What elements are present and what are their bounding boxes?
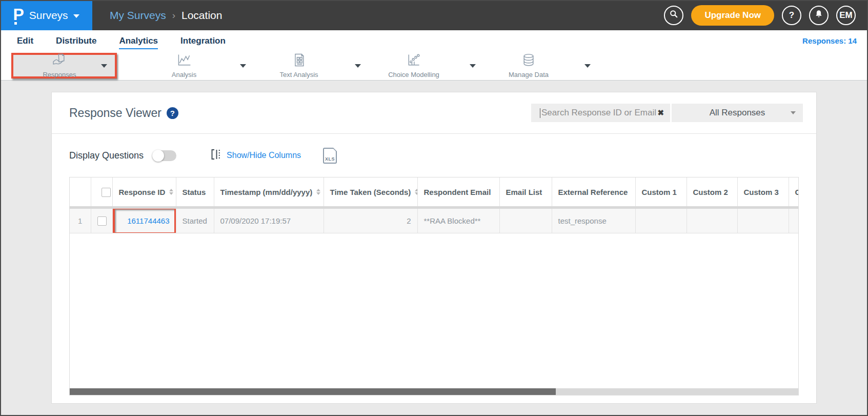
filter-selected-value: All Responses — [710, 108, 765, 118]
search-field-wrap: ✖ — [531, 104, 670, 122]
header-timestamp[interactable]: Timestamp (mm/dd/yyyy) — [214, 177, 324, 206]
breadcrumb-my-surveys[interactable]: My Surveys — [110, 9, 166, 22]
xls-icon-label: XLS — [324, 156, 336, 162]
email-list-cell — [499, 209, 552, 233]
text-grid-icon — [291, 53, 307, 69]
responses-table-area: Response ID Status Timestamp (mm/dd/yyyy… — [69, 177, 799, 395]
table-row: 1 1611744463 Started 07/09/2020 17:19:57… — [70, 209, 798, 233]
responses-button[interactable]: Responses — [21, 55, 98, 76]
hand-document-icon — [52, 53, 67, 69]
breadcrumb-separator-icon: › — [172, 10, 175, 21]
column-label: Response ID — [119, 188, 166, 196]
breadcrumb-current: Location — [181, 9, 222, 22]
tab-edit[interactable]: Edit — [17, 33, 33, 49]
toggle-knob — [152, 150, 164, 162]
app-menu-label: Surveys — [29, 9, 68, 22]
columns-icon — [210, 148, 221, 163]
line-chart-icon — [176, 53, 192, 69]
responses-count: Responses: 14 — [802, 36, 857, 45]
toolbar-item-choice-modelling: Choice Modelling — [375, 53, 476, 78]
manage-data-button[interactable]: Manage Data — [490, 53, 567, 78]
toolbar-item-analysis: Analysis — [146, 53, 246, 78]
search-input[interactable] — [540, 108, 657, 118]
page-fold-icon — [332, 148, 337, 152]
scrollbar-thumb[interactable] — [70, 388, 556, 395]
row-select-cell — [91, 209, 112, 233]
analytics-toolbar: Responses Analysis — [0, 51, 868, 81]
custom4-cell-clipped — [789, 209, 798, 233]
responses-table-body: 1 1611744463 Started 07/09/2020 17:19:57… — [70, 209, 798, 233]
text-analysis-dropdown-caret[interactable] — [355, 64, 361, 68]
page-title: Response Viewer ? — [69, 106, 178, 120]
responses-dropdown-caret[interactable] — [101, 64, 107, 68]
column-label: Cu — [795, 188, 799, 196]
analysis-dropdown-caret[interactable] — [240, 64, 246, 68]
database-icon — [521, 53, 536, 69]
header-status: Status — [176, 177, 214, 206]
notifications-button[interactable] — [809, 6, 829, 25]
header-time-taken[interactable]: Time Taken (Seconds) — [324, 177, 417, 206]
tab-distribute[interactable]: Distribute — [56, 33, 96, 49]
help-icon[interactable]: ? — [167, 107, 178, 119]
response-filter-dropdown[interactable]: All Responses — [672, 104, 803, 122]
search-icon — [669, 9, 679, 22]
responses-table: Response ID Status Timestamp (mm/dd/yyyy… — [70, 177, 798, 206]
header-email-list: Email List — [499, 177, 552, 206]
upgrade-now-button[interactable]: Upgrade Now — [691, 5, 774, 26]
column-label: Timestamp (mm/dd/yyyy) — [220, 188, 313, 196]
response-id-link[interactable]: 1611744463 — [127, 216, 169, 225]
header-rownum — [70, 177, 91, 206]
horizontal-scrollbar[interactable] — [70, 388, 798, 395]
panel-header-controls: ✖ All Responses — [531, 104, 803, 122]
scatter-chart-icon — [406, 53, 421, 69]
select-all-checkbox[interactable] — [102, 188, 111, 197]
tab-analytics[interactable]: Analytics — [119, 33, 158, 49]
avatar-initials: EM — [839, 10, 853, 21]
survey-nav-bar: Edit Distribute Analytics Integration Re… — [0, 30, 868, 51]
column-label: Status — [183, 188, 206, 196]
display-questions-label: Display Questions — [69, 150, 144, 161]
show-hide-columns-button[interactable]: Show/Hide Columns — [210, 148, 301, 163]
avatar[interactable]: EM — [836, 6, 856, 25]
text-analysis-button[interactable]: Text Analysis — [260, 53, 337, 78]
brand-logo-icon: P — [13, 6, 24, 23]
bell-icon — [814, 9, 823, 21]
custom3-cell — [737, 209, 789, 233]
response-id-cell: 1611744463 — [112, 209, 176, 233]
manage-data-dropdown-caret[interactable] — [584, 64, 591, 68]
column-label: Custom 1 — [642, 188, 677, 196]
app-logo-menu[interactable]: P Surveys — [0, 0, 92, 30]
row-number: 1 — [70, 209, 91, 233]
header-response-id[interactable]: Response ID — [112, 177, 176, 206]
header-external-reference: External Reference — [552, 177, 635, 206]
export-xls-button[interactable]: XLS — [323, 148, 337, 164]
choice-modelling-dropdown-caret[interactable] — [470, 64, 476, 68]
choice-modelling-button[interactable]: Choice Modelling — [375, 53, 452, 78]
column-label: Respondent Email — [424, 188, 491, 196]
row-checkbox[interactable] — [97, 216, 107, 226]
header-respondent-email: Respondent Email — [417, 177, 499, 206]
page-content: Response Viewer ? ✖ All Responses Displa… — [0, 81, 868, 416]
header-custom-3: Custom 3 — [737, 177, 789, 206]
analysis-button[interactable]: Analysis — [146, 53, 223, 78]
display-questions-toggle[interactable] — [152, 150, 176, 161]
header-custom-1: Custom 1 — [635, 177, 687, 206]
table-header-row: Response ID Status Timestamp (mm/dd/yyyy… — [70, 177, 798, 206]
header-custom-2: Custom 2 — [687, 177, 737, 206]
time-taken-cell: 2 — [324, 209, 417, 233]
toolbar-item-label: Responses — [43, 71, 76, 78]
help-button[interactable]: ? — [782, 6, 801, 25]
toolbar-item-responses[interactable]: Responses — [11, 53, 117, 78]
chevron-down-icon — [73, 14, 79, 18]
sort-icon — [169, 189, 173, 195]
toolbar-item-label: Choice Modelling — [388, 71, 439, 78]
status-cell: Started — [176, 209, 214, 233]
tab-integration[interactable]: Integration — [180, 33, 226, 49]
search-button[interactable] — [664, 6, 683, 25]
show-hide-columns-label: Show/Hide Columns — [227, 151, 301, 160]
custom2-cell — [687, 209, 737, 233]
column-label: Custom 2 — [693, 188, 728, 196]
table-empty-area — [70, 233, 798, 389]
toolbar-item-label: Text Analysis — [279, 71, 318, 78]
clear-search-icon[interactable]: ✖ — [657, 108, 664, 117]
